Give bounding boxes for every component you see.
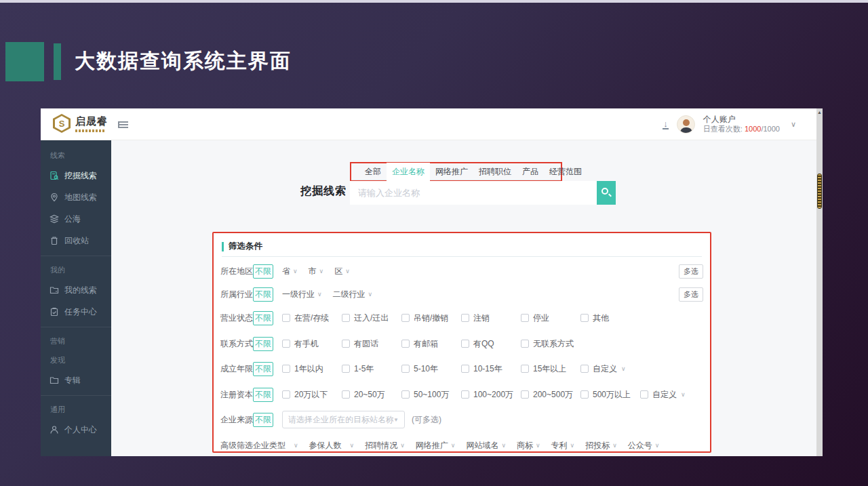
company-type-dropdown[interactable]: 企业类型∨ <box>253 440 298 451</box>
checkbox[interactable] <box>640 390 648 399</box>
scrollbar-thumb[interactable] <box>817 174 822 209</box>
city-dropdown[interactable]: 市∨ <box>309 266 324 277</box>
checkbox-option[interactable]: 有手机 <box>282 338 342 350</box>
checkbox-option[interactable]: 100~200万 <box>461 389 521 401</box>
sidebar-item-my-clues[interactable]: 我的线索 <box>41 279 111 301</box>
district-dropdown[interactable]: 区∨ <box>334 266 350 277</box>
avatar[interactable] <box>677 115 695 134</box>
checkbox-option[interactable]: 注销 <box>461 312 521 324</box>
checkbox-option[interactable]: 500万以上 <box>580 389 640 401</box>
checkbox[interactable] <box>521 314 529 322</box>
search-input[interactable] <box>350 181 597 205</box>
patent-dropdown[interactable]: 专利∨ <box>551 440 575 451</box>
trademark-dropdown[interactable]: 商标∨ <box>517 440 540 451</box>
sidebar-item-public-sea[interactable]: 公海 <box>41 208 111 230</box>
checkbox[interactable] <box>401 365 410 373</box>
checkbox[interactable] <box>342 390 350 399</box>
sidebar-item-task-center[interactable]: 任务中心 <box>41 301 111 323</box>
checkbox[interactable] <box>461 390 469 399</box>
checkbox-option[interactable]: 50~100万 <box>401 389 461 401</box>
sidebar-item-personal-center[interactable]: 个人中心 <box>41 419 111 441</box>
unlimited-button[interactable]: 不限 <box>253 388 273 402</box>
insured-count-dropdown[interactable]: 参保人数∨ <box>309 440 355 451</box>
tab-product[interactable]: 产品 <box>517 163 544 181</box>
sidebar-item-map-clues[interactable]: 地图线索 <box>41 186 111 208</box>
checkbox-option[interactable]: 其他 <box>580 312 640 324</box>
checkbox-option[interactable]: 无联系方式 <box>521 338 580 350</box>
checkbox-option[interactable]: 停业 <box>521 312 580 324</box>
checkbox[interactable] <box>401 314 410 322</box>
tab-all[interactable]: 全部 <box>359 163 387 181</box>
web-promo-dropdown[interactable]: 网络推广∨ <box>416 440 456 451</box>
domain-dropdown[interactable]: 网站域名∨ <box>466 440 506 451</box>
checkbox[interactable] <box>580 390 589 399</box>
tab-business-scope[interactable]: 经营范围 <box>544 163 587 181</box>
checkbox[interactable] <box>342 365 350 373</box>
province-dropdown[interactable]: 省∨ <box>282 266 298 277</box>
search-button[interactable] <box>597 181 616 205</box>
checkbox-option[interactable]: 20万以下 <box>282 389 342 401</box>
checkbox-option[interactable]: 吊销/撤销 <box>401 312 461 324</box>
sidebar-item-albums[interactable]: 专辑 <box>41 369 111 391</box>
checkbox-option[interactable]: 20~50万 <box>342 389 401 401</box>
checkbox[interactable] <box>580 314 589 322</box>
checkbox[interactable] <box>342 314 350 322</box>
checkbox-option[interactable]: 迁入/迁出 <box>342 312 401 324</box>
checkbox[interactable] <box>401 340 410 348</box>
unlimited-button[interactable]: 不限 <box>253 311 273 325</box>
unlimited-button[interactable]: 不限 <box>253 264 273 279</box>
checkbox-option[interactable]: 有邮箱 <box>401 338 461 350</box>
download-icon[interactable]: ↓ <box>663 119 669 129</box>
multi-select-button[interactable]: 多选 <box>679 287 703 302</box>
unlimited-button[interactable]: 不限 <box>253 337 273 351</box>
industry-level2-dropdown[interactable]: 二级行业∨ <box>333 289 373 300</box>
account-info[interactable]: 个人账户 日查看次数: 1000/1000 <box>703 115 780 134</box>
vertical-scrollbar[interactable]: ▲ <box>816 108 823 456</box>
checkbox[interactable] <box>461 365 469 373</box>
checkbox-option[interactable]: 有QQ <box>461 338 521 350</box>
bidding-dropdown[interactable]: 招投标∨ <box>585 440 617 451</box>
industry-level1-dropdown[interactable]: 一级行业∨ <box>282 289 322 300</box>
checkbox[interactable] <box>282 365 290 373</box>
checkbox[interactable] <box>521 365 529 373</box>
unlimited-button[interactable]: 不限 <box>253 413 273 427</box>
unlimited-button[interactable]: 不限 <box>253 362 273 376</box>
checkbox[interactable] <box>580 365 589 373</box>
multi-select-button[interactable]: 多选 <box>679 264 703 279</box>
checkbox[interactable] <box>342 340 350 348</box>
sidebar-collapse-icon[interactable] <box>118 121 128 128</box>
checkbox-option[interactable]: 15年以上 <box>521 363 580 375</box>
custom-option[interactable]: 自定义∨ <box>640 389 700 401</box>
source-site-select[interactable]: 请选择企业所在的目标站名称 ▼ <box>282 411 405 428</box>
checkbox-option[interactable]: 10-15年 <box>461 363 521 375</box>
filter-label: 营业状态 <box>220 312 253 324</box>
sidebar-item-mine-clues[interactable]: 挖掘线索 <box>41 165 111 186</box>
tab-web-promotion[interactable]: 网络推广 <box>430 163 473 181</box>
checkbox-option[interactable]: 200~500万 <box>521 389 580 401</box>
caret-down-icon: ▼ <box>393 417 399 423</box>
chevron-down-icon[interactable]: ∨ <box>791 120 796 129</box>
checkbox[interactable] <box>282 314 290 322</box>
checkbox-option[interactable]: 在营/存续 <box>282 312 342 324</box>
checkbox[interactable] <box>401 390 410 399</box>
filter-panel: 筛选条件 所在地区 不限 省∨ 市∨ 区∨ 多选 所属行业 不限 一级行业∨ 二… <box>212 232 711 453</box>
custom-option[interactable]: 自定义∨ <box>580 363 640 375</box>
sidebar-item-recycle-bin[interactable]: 回收站 <box>41 230 111 251</box>
checkbox-option[interactable]: 有固话 <box>342 338 401 350</box>
checkbox[interactable] <box>282 390 290 399</box>
checkbox[interactable] <box>461 314 469 322</box>
recruitment-dropdown[interactable]: 招聘情况∨ <box>365 440 405 451</box>
official-account-dropdown[interactable]: 公众号∨ <box>628 440 660 451</box>
scroll-up-arrow[interactable]: ▲ <box>816 108 823 117</box>
checkbox[interactable] <box>461 340 469 348</box>
tab-job-postings[interactable]: 招聘职位 <box>473 163 517 181</box>
checkbox-option[interactable]: 1年以内 <box>282 363 342 375</box>
checkbox-option[interactable]: 1-5年 <box>342 363 401 375</box>
unlimited-button[interactable]: 不限 <box>253 287 273 302</box>
brand-logo[interactable]: S 启晟睿 <box>53 114 108 133</box>
checkbox[interactable] <box>282 340 290 348</box>
tab-company-name[interactable]: 企业名称 <box>387 163 430 181</box>
checkbox-option[interactable]: 5-10年 <box>401 363 461 375</box>
checkbox[interactable] <box>521 340 529 348</box>
checkbox[interactable] <box>521 390 529 399</box>
